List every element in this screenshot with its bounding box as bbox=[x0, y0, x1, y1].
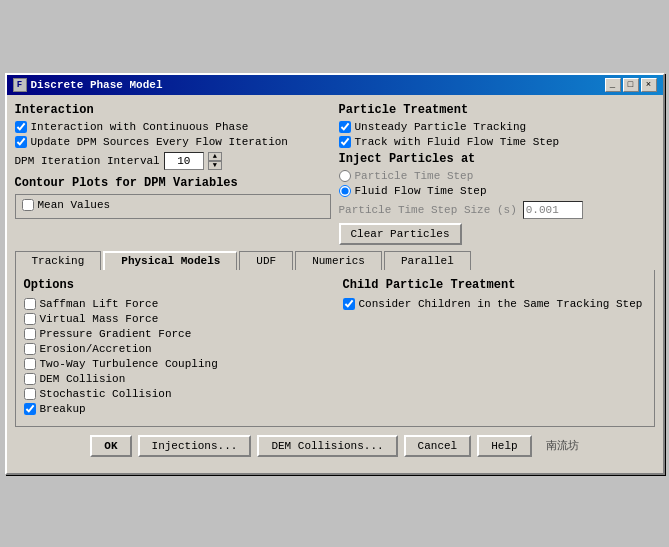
virtual-mass-checkbox[interactable] bbox=[24, 313, 36, 325]
contour-label: Contour Plots for DPM Variables bbox=[15, 176, 331, 190]
tab-tracking[interactable]: Tracking bbox=[15, 251, 102, 270]
inject-particles-label: Inject Particles at bbox=[339, 152, 655, 166]
child-particle-column: Child Particle Treatment Consider Childr… bbox=[343, 278, 646, 418]
breakup-checkbox[interactable] bbox=[24, 403, 36, 415]
consider-children-row: Consider Children in the Same Tracking S… bbox=[343, 298, 646, 310]
pressure-gradient-row: Pressure Gradient Force bbox=[24, 328, 327, 340]
step-size-row: Particle Time Step Size (s) bbox=[339, 201, 655, 219]
consider-children-checkbox[interactable] bbox=[343, 298, 355, 310]
stochastic-checkbox[interactable] bbox=[24, 388, 36, 400]
maximize-button[interactable]: □ bbox=[623, 78, 639, 92]
contour-section: Contour Plots for DPM Variables Mean Val… bbox=[15, 176, 331, 219]
consider-children-label: Consider Children in the Same Tracking S… bbox=[359, 298, 643, 310]
breakup-label: Breakup bbox=[40, 403, 86, 415]
spin-down-button[interactable]: ▼ bbox=[208, 161, 222, 170]
contour-box: Mean Values bbox=[15, 194, 331, 219]
turbulence-checkbox[interactable] bbox=[24, 358, 36, 370]
virtual-mass-row: Virtual Mass Force bbox=[24, 313, 327, 325]
dem-collision-label: DEM Collision bbox=[40, 373, 126, 385]
close-button[interactable]: × bbox=[641, 78, 657, 92]
particle-time-step-radio[interactable] bbox=[339, 170, 351, 182]
dpm-interval-label: DPM Iteration Interval bbox=[15, 155, 160, 167]
track-fluid-checkbox[interactable] bbox=[339, 136, 351, 148]
pressure-gradient-label: Pressure Gradient Force bbox=[40, 328, 192, 340]
unsteady-checkbox[interactable] bbox=[339, 121, 351, 133]
dem-collisions-button[interactable]: DEM Collisions... bbox=[257, 435, 397, 457]
mean-values-label: Mean Values bbox=[38, 199, 111, 211]
spin-buttons: ▲ ▼ bbox=[208, 152, 222, 170]
fluid-flow-time-step-radio[interactable] bbox=[339, 185, 351, 197]
update-sources-row: Update DPM Sources Every Flow Iteration bbox=[15, 136, 331, 148]
erosion-checkbox[interactable] bbox=[24, 343, 36, 355]
options-title: Options bbox=[24, 278, 327, 292]
title-bar: F Discrete Phase Model _ □ × bbox=[7, 75, 663, 95]
tab-physical-models[interactable]: Physical Models bbox=[103, 251, 237, 270]
stochastic-row: Stochastic Collision bbox=[24, 388, 327, 400]
dpm-interval-input[interactable] bbox=[164, 152, 204, 170]
update-sources-label: Update DPM Sources Every Flow Iteration bbox=[31, 136, 288, 148]
left-panel: Interaction Interaction with Continuous … bbox=[15, 103, 331, 245]
window-title: Discrete Phase Model bbox=[31, 79, 163, 91]
bottom-buttons: OK Injections... DEM Collisions... Cance… bbox=[15, 427, 655, 465]
turbulence-label: Two-Way Turbulence Coupling bbox=[40, 358, 218, 370]
track-fluid-row: Track with Fluid Flow Time Step bbox=[339, 136, 655, 148]
inject-section: Inject Particles at Particle Time Step F… bbox=[339, 152, 655, 245]
track-fluid-label: Track with Fluid Flow Time Step bbox=[355, 136, 560, 148]
virtual-mass-label: Virtual Mass Force bbox=[40, 313, 159, 325]
erosion-label: Erosion/Accretion bbox=[40, 343, 152, 355]
help-button[interactable]: Help bbox=[477, 435, 531, 457]
particle-time-step-label: Particle Time Step bbox=[355, 170, 474, 182]
saffman-row: Saffman Lift Force bbox=[24, 298, 327, 310]
watermark: 南流坊 bbox=[546, 438, 579, 453]
saffman-checkbox[interactable] bbox=[24, 298, 36, 310]
child-particle-title: Child Particle Treatment bbox=[343, 278, 646, 292]
ok-button[interactable]: OK bbox=[90, 435, 131, 457]
title-buttons: _ □ × bbox=[605, 78, 657, 92]
minimize-button[interactable]: _ bbox=[605, 78, 621, 92]
options-column: Options Saffman Lift Force Virtual Mass … bbox=[24, 278, 327, 418]
pressure-gradient-checkbox[interactable] bbox=[24, 328, 36, 340]
tab-udf[interactable]: UDF bbox=[239, 251, 293, 270]
title-bar-left: F Discrete Phase Model bbox=[13, 78, 163, 92]
stochastic-label: Stochastic Collision bbox=[40, 388, 172, 400]
breakup-row: Breakup bbox=[24, 403, 327, 415]
dpm-interval-row: DPM Iteration Interval ▲ ▼ bbox=[15, 152, 331, 170]
continuous-phase-row: Interaction with Continuous Phase bbox=[15, 121, 331, 133]
fluid-flow-time-step-row: Fluid Flow Time Step bbox=[339, 185, 655, 197]
particle-time-step-row: Particle Time Step bbox=[339, 170, 655, 182]
main-content: Interaction Interaction with Continuous … bbox=[7, 95, 663, 473]
right-panel: Particle Treatment Unsteady Particle Tra… bbox=[339, 103, 655, 245]
mean-values-row: Mean Values bbox=[22, 199, 324, 211]
turbulence-row: Two-Way Turbulence Coupling bbox=[24, 358, 327, 370]
fluid-flow-time-step-label: Fluid Flow Time Step bbox=[355, 185, 487, 197]
tab-numerics[interactable]: Numerics bbox=[295, 251, 382, 270]
tabs-section: Tracking Physical Models UDF Numerics Pa… bbox=[15, 251, 655, 270]
saffman-label: Saffman Lift Force bbox=[40, 298, 159, 310]
dem-collision-checkbox[interactable] bbox=[24, 373, 36, 385]
continuous-phase-checkbox[interactable] bbox=[15, 121, 27, 133]
particle-treatment-label: Particle Treatment bbox=[339, 103, 655, 117]
clear-particles-button[interactable]: Clear Particles bbox=[339, 223, 462, 245]
unsteady-label: Unsteady Particle Tracking bbox=[355, 121, 527, 133]
update-sources-checkbox[interactable] bbox=[15, 136, 27, 148]
injections-button[interactable]: Injections... bbox=[138, 435, 252, 457]
interaction-label: Interaction bbox=[15, 103, 331, 117]
step-size-label: Particle Time Step Size (s) bbox=[339, 204, 517, 216]
main-window: F Discrete Phase Model _ □ × Interaction… bbox=[5, 73, 665, 475]
top-section: Interaction Interaction with Continuous … bbox=[15, 103, 655, 245]
tab-content: Options Saffman Lift Force Virtual Mass … bbox=[15, 270, 655, 427]
dem-collision-row: DEM Collision bbox=[24, 373, 327, 385]
unsteady-row: Unsteady Particle Tracking bbox=[339, 121, 655, 133]
mean-values-checkbox[interactable] bbox=[22, 199, 34, 211]
continuous-phase-label: Interaction with Continuous Phase bbox=[31, 121, 249, 133]
spin-up-button[interactable]: ▲ bbox=[208, 152, 222, 161]
erosion-row: Erosion/Accretion bbox=[24, 343, 327, 355]
window-icon: F bbox=[13, 78, 27, 92]
tab-parallel[interactable]: Parallel bbox=[384, 251, 471, 270]
step-size-input[interactable] bbox=[523, 201, 583, 219]
cancel-button[interactable]: Cancel bbox=[404, 435, 472, 457]
